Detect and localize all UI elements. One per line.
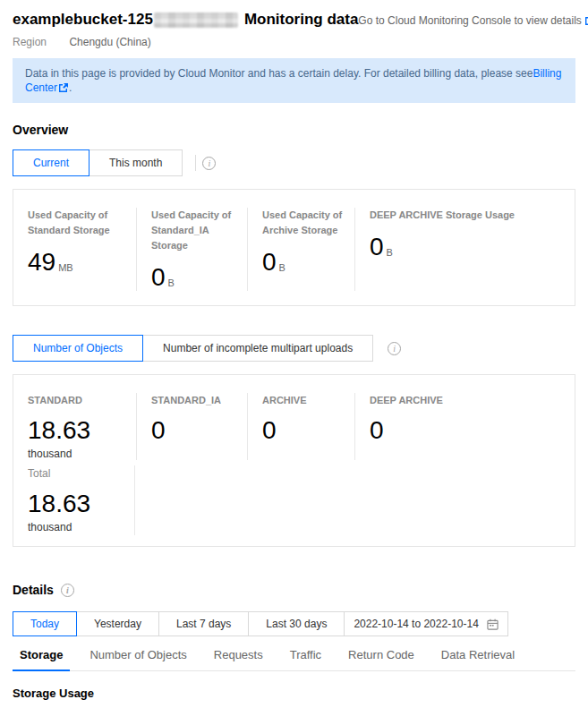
stat-standard-storage: Used Capacity of Standard Storage 49MB — [13, 208, 136, 291]
stat-label: ARCHIVE — [262, 393, 353, 408]
date-range-buttons: Today Yesterday Last 7 days Last 30 days… — [13, 611, 575, 636]
stat-label: DEEP ARCHIVE Storage Usage — [370, 208, 573, 223]
stat-value: 0 — [151, 417, 166, 444]
banner-text: Data in this page is provided by Cloud M… — [25, 67, 533, 80]
banner-suffix: . — [69, 81, 72, 94]
stat-label: DEEP ARCHIVE — [370, 393, 573, 408]
region-row: Region Chengdu (China) — [13, 36, 575, 48]
objects-card: STANDARD 18.63 thousand STANDARD_IA 0 AR… — [13, 374, 575, 547]
header: examplebucket-125 Monitoring data Go to … — [13, 11, 575, 30]
stat-unit: MB — [58, 262, 73, 273]
range-last-30-days-button[interactable]: Last 30 days — [248, 611, 345, 636]
total-unit: thousand — [28, 521, 134, 533]
capacity-card: Used Capacity of Standard Storage 49MB U… — [13, 189, 575, 306]
calendar-icon — [487, 618, 499, 630]
total-value: 18.63 — [28, 490, 134, 517]
tab-storage[interactable]: Storage — [13, 648, 70, 671]
stat-value: 0 — [151, 264, 166, 291]
stat-unit: B — [279, 262, 285, 273]
storage-usage-chart-title: Storage Usage — [13, 687, 575, 700]
stat-objects-deep-archive: DEEP ARCHIVE 0 — [354, 393, 575, 460]
tab-this-month[interactable]: This month — [89, 149, 183, 176]
date-range-value: 2022-10-14 to 2022-10-14 — [354, 618, 478, 630]
region-label: Region — [13, 36, 47, 48]
stat-unit: thousand — [28, 448, 134, 460]
info-icon[interactable]: i — [388, 342, 401, 355]
date-range-picker[interactable]: 2022-10-14 to 2022-10-14 — [344, 611, 507, 636]
info-banner: Data in this page is provided by Cloud M… — [13, 58, 575, 103]
tab-number-of-objects[interactable]: Number of Objects — [82, 648, 193, 670]
stat-objects-total: Total 18.63 thousand — [13, 465, 135, 535]
stat-value: 49 — [28, 249, 55, 276]
stat-standard-ia-storage: Used Capacity of Standard_IA Storage 0B — [136, 208, 247, 291]
tab-traffic[interactable]: Traffic — [283, 648, 328, 670]
tab-current[interactable]: Current — [13, 149, 89, 176]
external-link-icon — [584, 15, 588, 26]
stat-label: STANDARD_IA — [151, 393, 245, 408]
info-icon[interactable]: i — [202, 157, 216, 170]
monitoring-panel: examplebucket-125 Monitoring data Go to … — [0, 0, 588, 708]
range-today-button[interactable]: Today — [13, 611, 77, 636]
range-last-7-days-button[interactable]: Last 7 days — [158, 611, 249, 636]
details-heading: Details i — [13, 583, 575, 597]
stat-value: 0 — [262, 417, 277, 444]
divider — [195, 155, 196, 171]
overview-heading: Overview — [13, 123, 575, 137]
stat-objects-archive: ARCHIVE 0 — [247, 393, 354, 460]
range-yesterday-button[interactable]: Yesterday — [76, 611, 159, 636]
stat-value: 0 — [370, 234, 384, 260]
cloud-monitoring-console-link[interactable]: Go to Cloud Monitoring Console to view d… — [358, 14, 588, 27]
bucket-name: examplebucket-125 — [13, 11, 153, 29]
stat-label: Used Capacity of Archive Storage — [262, 208, 353, 238]
stat-value: 0 — [262, 249, 277, 276]
total-label: Total — [28, 467, 134, 480]
stat-value: 18.63 — [28, 417, 90, 444]
tab-data-retrieval[interactable]: Data Retrieval — [434, 648, 522, 670]
tab-requests[interactable]: Requests — [207, 648, 270, 670]
info-icon[interactable]: i — [61, 584, 74, 597]
tab-number-of-objects[interactable]: Number of Objects — [13, 335, 143, 362]
stat-objects-standard-ia: STANDARD_IA 0 — [136, 393, 247, 460]
overview-period-tabs: Current This month i — [13, 149, 575, 176]
stat-value: 0 — [370, 417, 384, 444]
stat-deep-archive-storage: DEEP ARCHIVE Storage Usage 0B — [354, 208, 575, 291]
object-count-tabs: Number of Objects Number of incomplete m… — [13, 335, 575, 362]
stat-unit: B — [387, 247, 393, 258]
console-link-label: Go to Cloud Monitoring Console to view d… — [358, 14, 581, 27]
stat-label: Used Capacity of Standard Storage — [28, 208, 134, 238]
stat-label: Used Capacity of Standard_IA Storage — [151, 208, 245, 253]
stat-objects-standard: STANDARD 18.63 thousand — [13, 393, 136, 460]
page-title: examplebucket-125 Monitoring data — [13, 11, 358, 29]
details-tab-bar: Storage Number of Objects Requests Traff… — [13, 648, 575, 671]
stat-label: STANDARD — [28, 393, 134, 408]
tab-return-code[interactable]: Return Code — [341, 648, 422, 670]
stat-unit: B — [168, 277, 175, 288]
region-value: Chengdu (China) — [69, 36, 150, 48]
title-suffix: Monitoring data — [244, 11, 358, 29]
external-link-icon — [58, 82, 69, 93]
stat-archive-storage: Used Capacity of Archive Storage 0B — [247, 208, 354, 291]
tab-incomplete-multipart-uploads[interactable]: Number of incomplete multipart uploads — [142, 335, 373, 362]
redacted-bucket-id — [154, 13, 238, 28]
